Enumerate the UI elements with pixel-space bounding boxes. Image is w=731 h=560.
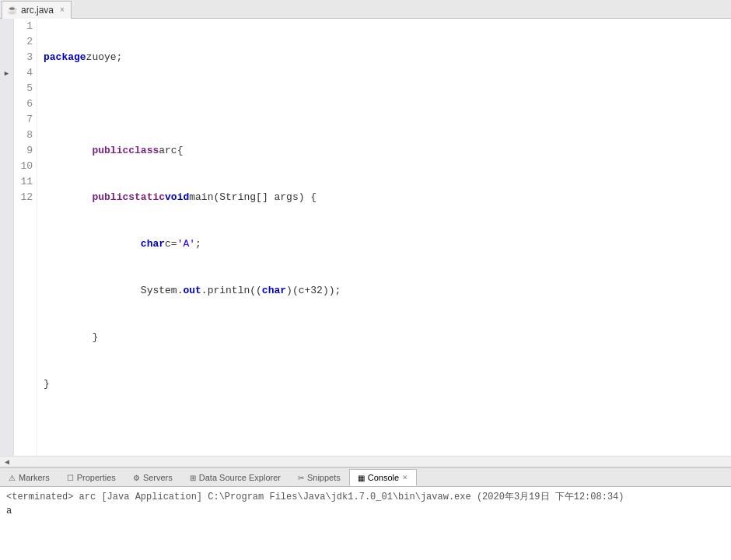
servers-icon: ⚙ xyxy=(133,474,140,482)
tab-markers-label: Markers xyxy=(19,473,50,482)
console-tab-close[interactable]: ✕ xyxy=(402,474,408,481)
tab-markers[interactable]: ⚠ Markers xyxy=(0,469,58,486)
editor-area: ▶ 1 2 3 4 5 6 7 8 9 10 11 12 package zuo… xyxy=(0,19,731,456)
console-icon: ▦ xyxy=(358,474,365,482)
tab-close-button[interactable]: × xyxy=(60,5,65,14)
java-file-icon: ☕ xyxy=(7,5,18,15)
tab-properties-label: Properties xyxy=(77,473,116,482)
console-output: <terminated> arc [Java Application] C:\P… xyxy=(0,487,731,560)
code-line-1: package zuoye; xyxy=(44,50,731,65)
console-output-line: a xyxy=(6,504,725,518)
tab-servers[interactable]: ⚙ Servers xyxy=(124,469,181,486)
scroll-left-arrow[interactable]: ◀ xyxy=(3,457,11,467)
code-line-3: public class arc{ xyxy=(44,143,731,159)
tab-datasource[interactable]: ⊞ Data Source Explorer xyxy=(181,469,289,486)
tab-filename: arc.java xyxy=(21,5,54,16)
code-line-8: } xyxy=(44,376,731,392)
tab-console[interactable]: ▦ Console ✕ xyxy=(349,469,417,486)
editor-margin: ▶ xyxy=(0,19,14,456)
line-numbers: 1 2 3 4 5 6 7 8 9 10 11 12 xyxy=(14,19,37,456)
tab-properties[interactable]: ☐ Properties xyxy=(58,469,124,486)
tab-snippets-label: Snippets xyxy=(307,473,341,482)
tab-snippets[interactable]: ✂ Snippets xyxy=(289,469,349,486)
bottom-tab-bar: ⚠ Markers ☐ Properties ⚙ Servers ⊞ Data … xyxy=(0,468,731,487)
tab-servers-label: Servers xyxy=(143,473,173,482)
tab-console-label: Console xyxy=(368,473,399,482)
code-line-5: char c='A'; xyxy=(44,236,731,252)
code-line-7: } xyxy=(44,330,731,345)
code-line-6: System.out.println((char)(c+32)); xyxy=(44,283,731,299)
tab-datasource-label: Data Source Explorer xyxy=(199,473,281,482)
code-line-9 xyxy=(44,423,731,439)
markers-icon: ⚠ xyxy=(9,474,16,482)
code-line-2 xyxy=(44,96,731,112)
tab-bar: ☕ arc.java × xyxy=(0,0,731,19)
editor-scrollbar[interactable]: ◀ xyxy=(0,456,731,467)
properties-icon: ☐ xyxy=(67,474,74,482)
editor-tab-arc-java[interactable]: ☕ arc.java × xyxy=(2,1,72,19)
bottom-panel: ⚠ Markers ☐ Properties ⚙ Servers ⊞ Data … xyxy=(0,467,731,560)
snippets-icon: ✂ xyxy=(298,474,304,482)
console-terminated-line: <terminated> arc [Java Application] C:\P… xyxy=(6,490,725,504)
code-editor[interactable]: package zuoye; public class arc{ public … xyxy=(37,19,731,456)
code-line-4: public static void main(String[] args) { xyxy=(44,190,731,205)
datasource-icon: ⊞ xyxy=(190,474,196,482)
